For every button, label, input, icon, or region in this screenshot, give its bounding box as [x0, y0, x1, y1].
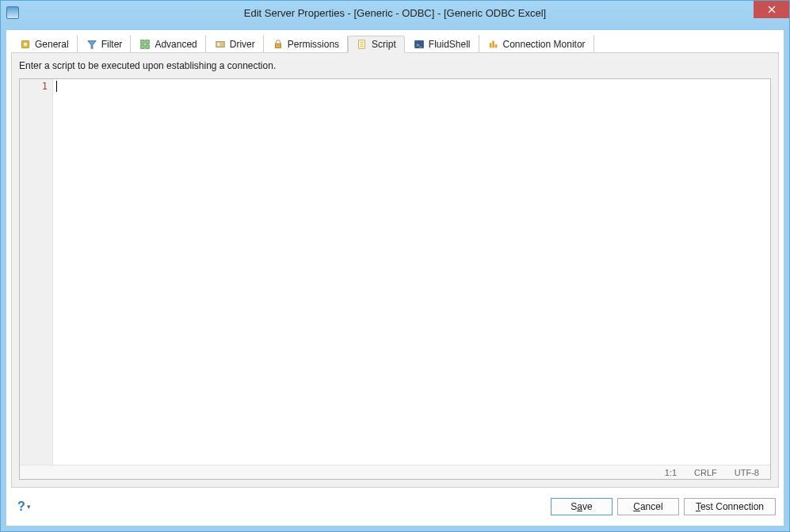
client-area: General Filter Advanced Driver: [6, 30, 784, 526]
lock-icon: [273, 39, 284, 50]
close-button[interactable]: [754, 1, 789, 18]
button-row: Save Cancel Test Connection: [551, 498, 776, 515]
window-controls: [754, 1, 789, 18]
status-eol: CRLF: [694, 468, 717, 477]
cancel-button[interactable]: Cancel: [617, 498, 679, 515]
panel-hint: Enter a script to be executed upon estab…: [19, 60, 771, 71]
help-icon: ?: [17, 500, 25, 514]
editor-statusbar: 1:1 CRLF UTF-8: [20, 465, 770, 479]
tab-label: Script: [372, 39, 396, 50]
monitor-icon: [488, 39, 499, 50]
svg-rect-3: [24, 43, 27, 46]
save-button[interactable]: Save: [551, 498, 613, 515]
tab-label: Driver: [230, 39, 255, 50]
tab-strip: General Filter Advanced Driver: [6, 30, 784, 52]
svg-rect-19: [492, 40, 494, 48]
tab-connection-monitor[interactable]: Connection Monitor: [479, 35, 594, 52]
tab-filter[interactable]: Filter: [78, 35, 132, 52]
code-editor: 1 1:1 CRLF UTF-8: [19, 78, 771, 480]
status-position: 1:1: [665, 468, 677, 477]
app-icon: [6, 6, 19, 19]
line-gutter: 1: [20, 79, 53, 465]
tab-general[interactable]: General: [11, 35, 78, 52]
svg-rect-7: [141, 44, 144, 48]
test-connection-button[interactable]: Test Connection: [684, 498, 776, 515]
tab-label: Advanced: [155, 39, 197, 50]
tab-label: Filter: [101, 39, 123, 50]
tab-label: FluidShell: [429, 39, 471, 50]
text-caret: [56, 81, 57, 92]
svg-rect-9: [216, 41, 225, 47]
tab-label: Permissions: [288, 39, 339, 50]
window-title: Edit Server Properties - [Generic - ODBC…: [1, 7, 789, 19]
tab-panel-script: Enter a script to be executed upon estab…: [11, 52, 779, 488]
bottom-bar: ? ▾ Save Cancel Test Connection: [14, 492, 776, 521]
script-icon: [357, 39, 368, 50]
code-area[interactable]: [53, 79, 770, 465]
svg-rect-10: [217, 43, 219, 46]
editor-body: 1: [20, 79, 770, 465]
svg-text:>_: >_: [416, 41, 422, 47]
window-frame: Edit Server Properties - [Generic - ODBC…: [0, 0, 790, 532]
chevron-down-icon: ▾: [27, 503, 31, 511]
svg-rect-11: [275, 44, 281, 48]
tab-script[interactable]: Script: [348, 36, 405, 53]
filter-icon: [86, 39, 97, 50]
svg-rect-6: [146, 40, 149, 43]
tab-fluidshell[interactable]: >_ FluidShell: [405, 35, 479, 52]
tab-label: Connection Monitor: [503, 39, 586, 50]
tab-label: General: [35, 39, 69, 50]
tab-permissions[interactable]: Permissions: [264, 35, 348, 52]
driver-icon: [215, 39, 226, 50]
svg-rect-18: [489, 43, 491, 48]
help-button[interactable]: ? ▾: [14, 498, 34, 515]
tab-driver[interactable]: Driver: [206, 35, 264, 52]
gear-icon: [20, 39, 31, 50]
tab-advanced[interactable]: Advanced: [131, 35, 205, 52]
svg-marker-4: [87, 40, 96, 48]
close-icon: [768, 6, 776, 13]
svg-rect-20: [494, 44, 497, 48]
script-textarea[interactable]: [56, 81, 767, 463]
titlebar[interactable]: Edit Server Properties - [Generic - ODBC…: [1, 1, 789, 25]
grid-icon: [139, 39, 151, 50]
terminal-icon: >_: [414, 39, 425, 50]
svg-rect-8: [146, 44, 149, 48]
gutter-line-number: 1: [20, 81, 48, 92]
status-encoding: UTF-8: [735, 468, 759, 477]
svg-rect-5: [141, 40, 144, 43]
